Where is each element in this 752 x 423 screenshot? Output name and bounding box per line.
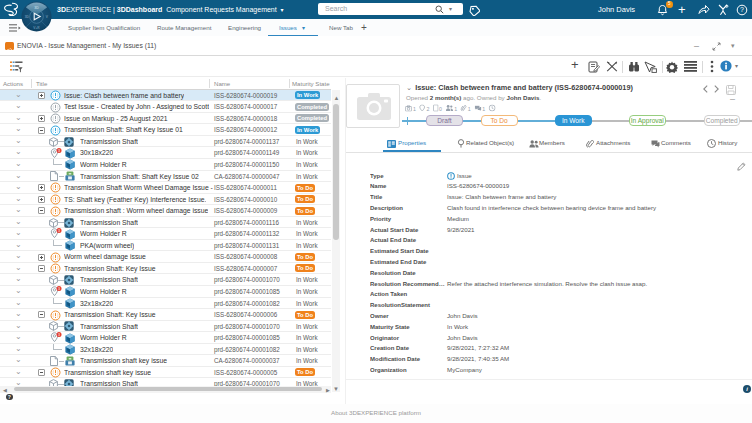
svg-text:3: 3 xyxy=(58,287,60,291)
svg-text:?: ? xyxy=(740,6,744,13)
svg-text:V+R: V+R xyxy=(33,26,40,30)
svg-text:3: 3 xyxy=(58,229,60,233)
svg-text:3D: 3D xyxy=(34,6,39,10)
svg-text:3: 3 xyxy=(58,333,60,337)
svg-text:3D: 3D xyxy=(25,15,30,19)
svg-text:3: 3 xyxy=(58,148,60,152)
